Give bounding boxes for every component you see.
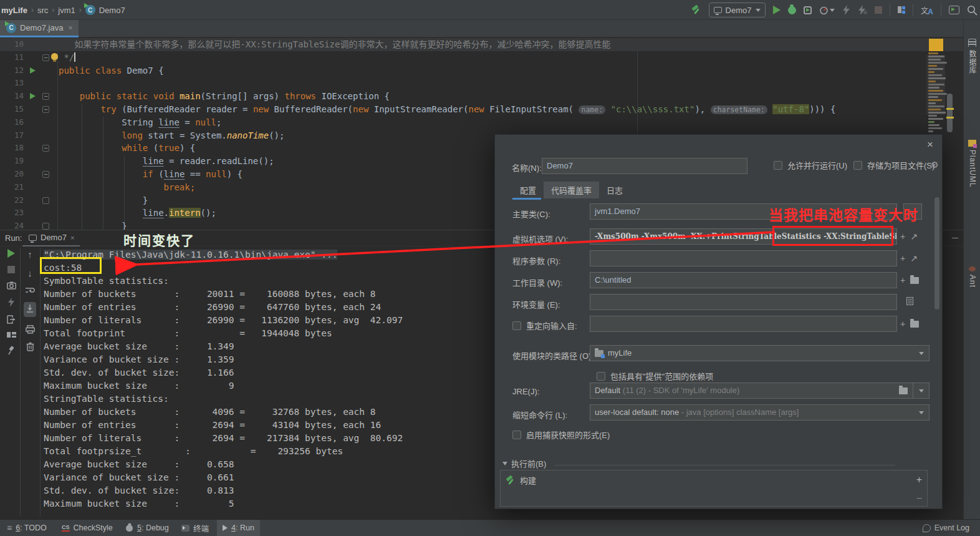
name-field[interactable]: Demo7 bbox=[542, 158, 747, 174]
tab-logs[interactable]: 日志 bbox=[599, 182, 630, 198]
include-provided-checkbox[interactable]: 包括具有"提供"范围的依赖项 bbox=[597, 370, 713, 382]
store-project-file-checkbox[interactable]: 存储为项目文件(S) bbox=[853, 159, 934, 171]
scroll-to-end-button[interactable] bbox=[24, 302, 36, 317]
line-number[interactable]: 12 bbox=[0, 64, 25, 77]
add-icon[interactable] bbox=[916, 474, 922, 485]
close-icon[interactable] bbox=[68, 24, 72, 32]
hide-panel-icon[interactable] bbox=[952, 233, 958, 243]
breadcrumb-project[interactable]: myLife bbox=[1, 6, 27, 15]
line-number[interactable]: 20 bbox=[0, 168, 25, 181]
profiler-button[interactable] bbox=[819, 6, 835, 15]
debug-button[interactable] bbox=[788, 6, 796, 14]
expand-icon[interactable] bbox=[910, 253, 918, 263]
minimap[interactable] bbox=[928, 52, 944, 134]
gear-icon[interactable] bbox=[931, 160, 939, 170]
foldend-icon[interactable] bbox=[42, 197, 49, 204]
line-number[interactable]: 21 bbox=[0, 181, 25, 194]
exit-icon[interactable] bbox=[7, 315, 16, 324]
collapse-triangle-icon[interactable] bbox=[502, 462, 507, 465]
line-number[interactable]: 22 bbox=[0, 194, 25, 207]
event-log-button[interactable]: Event Log bbox=[917, 520, 975, 536]
line-number[interactable]: 15 bbox=[0, 103, 25, 116]
dialog-scrollbar[interactable] bbox=[934, 197, 939, 484]
fold-icon[interactable] bbox=[42, 93, 49, 100]
tab-demo7-java[interactable]: C Demo7.java bbox=[0, 20, 79, 37]
close-icon[interactable] bbox=[70, 234, 74, 241]
env-vars-field[interactable] bbox=[590, 294, 897, 310]
line-number[interactable]: 18 bbox=[0, 142, 25, 155]
scrollbar-thumb[interactable] bbox=[947, 94, 953, 132]
thread-dump-camera-icon[interactable] bbox=[7, 281, 16, 290]
module-classpath-combo[interactable]: myLife bbox=[590, 345, 930, 361]
folder-icon[interactable] bbox=[910, 321, 919, 328]
coverage-button[interactable] bbox=[804, 6, 812, 14]
add-icon[interactable] bbox=[900, 275, 905, 285]
remove-icon[interactable] bbox=[916, 493, 922, 504]
run-config-selector[interactable]: Demo7 bbox=[709, 2, 766, 17]
line-number[interactable]: 19 bbox=[0, 155, 25, 168]
add-icon[interactable] bbox=[900, 319, 905, 329]
jre-combo[interactable]: Default (11 (2) - SDK of 'myLife' module… bbox=[590, 383, 930, 399]
bulb-icon[interactable] bbox=[51, 53, 58, 60]
next-occurrence-icon[interactable] bbox=[27, 268, 32, 278]
play-icon[interactable] bbox=[30, 67, 36, 74]
redirect-input-field[interactable] bbox=[590, 316, 897, 332]
scrollbar-thumb[interactable] bbox=[934, 197, 939, 309]
capture-snapshot-checkbox[interactable]: 启用捕获快照的形式(E) bbox=[512, 429, 610, 441]
allow-parallel-checkbox[interactable]: 允许并行运行(U) bbox=[774, 159, 847, 171]
console-output[interactable]: "C:\Program Files\Java\jdk-11.0.16.1\bin… bbox=[44, 248, 403, 510]
stop-button[interactable] bbox=[7, 266, 15, 273]
statusbar-todo[interactable]: 6: TODO bbox=[1, 520, 52, 536]
checkbox-icon[interactable] bbox=[597, 372, 605, 381]
line-number[interactable]: 16 bbox=[0, 116, 25, 129]
rerun-button[interactable] bbox=[7, 249, 15, 258]
expand-icon[interactable] bbox=[910, 231, 918, 241]
run-tab-demo7[interactable]: Demo7 bbox=[25, 231, 78, 243]
breadcrumb-src[interactable]: src bbox=[37, 6, 48, 15]
statusbar-debug[interactable]: 5: Debug bbox=[120, 520, 175, 536]
attach-profiler-icon[interactable] bbox=[842, 5, 850, 15]
run-anything-icon[interactable] bbox=[949, 6, 959, 14]
checkbox-icon[interactable] bbox=[512, 321, 521, 330]
run-button[interactable] bbox=[773, 6, 781, 14]
line-number[interactable]: 14 bbox=[0, 90, 25, 103]
pin-icon[interactable] bbox=[7, 346, 16, 355]
search-everywhere-icon[interactable] bbox=[967, 5, 978, 16]
before-launch-list[interactable]: 构建 bbox=[500, 470, 928, 507]
shorten-cmdline-combo[interactable]: user-local default: none - java [options… bbox=[590, 404, 930, 421]
prev-occurrence-icon[interactable] bbox=[27, 249, 32, 260]
line-number[interactable]: 11 bbox=[0, 51, 25, 64]
fold-icon[interactable] bbox=[42, 171, 49, 178]
stripe-ant[interactable]: Ant bbox=[964, 266, 980, 288]
soft-wrap-icon[interactable] bbox=[25, 286, 35, 294]
line-number[interactable]: 13 bbox=[0, 77, 25, 90]
breadcrumb-package[interactable]: jvm1 bbox=[58, 6, 75, 15]
project-structure-icon[interactable] bbox=[898, 6, 906, 14]
statusbar-terminal[interactable]: 终端 bbox=[176, 520, 214, 536]
fold-icon[interactable] bbox=[42, 106, 49, 113]
checkbox-icon[interactable] bbox=[774, 161, 782, 170]
build-hammer-icon[interactable] bbox=[691, 5, 701, 15]
folder-icon[interactable] bbox=[899, 387, 908, 394]
line-number[interactable]: 17 bbox=[0, 129, 25, 142]
stripe-plantuml[interactable]: PlantUML bbox=[964, 140, 980, 188]
checkbox-icon[interactable] bbox=[512, 431, 521, 439]
program-args-field[interactable] bbox=[590, 250, 897, 266]
redirect-input-checkbox[interactable]: 重定向输入自: bbox=[512, 319, 577, 331]
close-icon[interactable] bbox=[927, 139, 933, 151]
env-list-icon[interactable] bbox=[906, 297, 913, 305]
line-number[interactable]: 23 bbox=[0, 207, 25, 220]
fold-icon[interactable] bbox=[42, 54, 49, 61]
before-launch-item[interactable]: 构建 bbox=[506, 474, 536, 486]
add-icon[interactable] bbox=[900, 231, 905, 241]
stripe-database[interactable]: 数据库 bbox=[964, 39, 980, 74]
clear-trash-icon[interactable] bbox=[26, 342, 34, 351]
checkbox-icon[interactable] bbox=[853, 161, 862, 170]
layout-settings-icon[interactable] bbox=[7, 332, 16, 338]
fold-icon[interactable] bbox=[42, 145, 49, 152]
foldend-icon[interactable] bbox=[42, 223, 49, 230]
translate-icon[interactable]: 文 A bbox=[921, 5, 933, 15]
folder-icon[interactable] bbox=[910, 277, 919, 284]
attach-profiler2-icon[interactable] bbox=[858, 5, 867, 15]
breadcrumb-class[interactable]: Demo7 bbox=[99, 6, 125, 15]
